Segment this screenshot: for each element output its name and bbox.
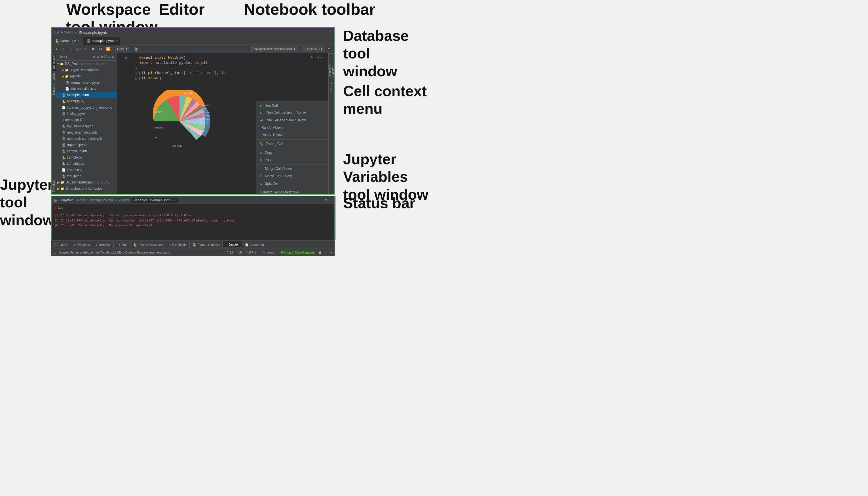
favorites-tab[interactable]: Favorites [52,179,56,194]
tree-item-example-ipynb[interactable]: 📓 example.ipynb [56,92,117,98]
tree-item-reports-ipynb[interactable]: 📓 reports.ipynb [56,142,117,148]
tab-event-log[interactable]: 📋 Event Log [242,241,267,248]
jupyter-settings-icon[interactable]: ⚙ [325,198,328,202]
status-encoding[interactable]: UTF-8 [248,251,256,254]
tree-item-annual-report[interactable]: 📓 annual-report.ipynb [56,79,117,86]
tree-root[interactable]: ▾ 📁 DS_Project http://localhost:888 [56,61,117,67]
tree-item-sample-ipynb[interactable]: 📓 sample.ipynb [56,148,117,154]
jupyter-vars-tab-btn[interactable]: Variables: example.ipynb × [131,198,178,203]
tab-terminal[interactable]: ▸ Terminal [93,241,114,248]
run-select-icon: ▶I [260,119,263,122]
tree-item-sample-py[interactable]: 🐍 sample.py [56,154,117,160]
status-icon-3[interactable]: ☁ [329,250,332,254]
tree-item-test-ipynb[interactable]: 📓 test.ipynb [56,173,117,179]
tree-item-checkpoints[interactable]: ▶ 📁 .ipynb_checkpoints [56,67,117,73]
tab-problems[interactable]: ⚠ Problems [70,241,93,248]
sidebar-icon-5[interactable]: ⇅ [108,55,111,59]
stop-button[interactable]: ■ [90,46,96,52]
status-indent[interactable]: 4 spaces [262,251,274,254]
ctx-run-insert-below[interactable]: ▶+ Run Cell and Insert Below [256,109,328,117]
tree-item-libraries[interactable]: 📄 libraries_by_python_version.c [56,104,117,111]
cell-collapse-arrow[interactable]: ⌄ [129,90,132,94]
tree-item-my-script[interactable]: R my-script.R [56,117,117,123]
tab-todo[interactable]: ☰ TODO [51,241,70,248]
database-explorer-tab[interactable]: Database Explorer [329,53,334,79]
tree-item-doc-analytics[interactable]: 📄 doc-analytics.csv [56,86,117,92]
run-all-button[interactable]: ⏩ [105,46,111,52]
vars-close-icon[interactable]: × [174,198,175,202]
merge-above-icon: ⊞ [260,167,262,170]
add-cell-button[interactable]: + [53,46,60,52]
ctx-run-select-below[interactable]: ▶I Run Cell and Select Below ⇧⏎ [256,117,328,124]
restart-button[interactable]: ↺ [97,46,104,52]
gutter-down[interactable]: ∨ [320,55,323,59]
tree-item-linking[interactable]: 📓 linking.ipynb [56,111,117,117]
ctx-run-all-above[interactable]: Run All Above [256,124,328,131]
ctx-paste[interactable]: ⧉ Paste ⌘V [256,156,328,164]
jupyter-run-btn[interactable]: ▶ [54,198,58,202]
ctx-merge-above[interactable]: ⊞ Merge Cell Above [256,165,328,172]
tab-jupyter[interactable]: ○ Jupyter [223,241,242,248]
tab-python-packages[interactable]: 🐍 Python Packages [130,241,166,248]
run-line-button[interactable]: ▷| [76,46,82,52]
cell-type-dropdown[interactable]: Code ▾ [115,46,129,52]
tab-r-jobs[interactable]: R Jobs [114,241,130,248]
ctx-run-all-below[interactable]: Run All Below [256,131,328,139]
ctx-copy[interactable]: ⧉ Copy ⌘C [256,149,328,156]
jupyter-minimize-icon[interactable]: − [329,198,331,202]
status-position[interactable]: 7:22 [227,251,233,254]
maximize-icon[interactable]: ⤢ [328,30,332,35]
log-stop-btn[interactable]: ■ [54,205,56,210]
tree-item-ds-learning[interactable]: ▶ 📁 DsLearningProject ~/Library/Ca [56,179,117,185]
toolbar-more-button[interactable]: » [326,46,332,52]
sidebar-icon-1[interactable]: ⊞ [93,55,96,59]
tab-close-sample[interactable]: × [78,39,79,42]
ctx-split-cell[interactable]: ⊠ Split Cell ⇧⌘- [256,180,328,187]
ctx-convert-markdown[interactable]: Convert Cell to Markdown [256,189,328,194]
tree-item-sample1-py[interactable]: 🐍 sample1.py [56,160,117,167]
settings-button[interactable]: ⚙ [83,46,89,52]
move-up-button[interactable]: ↑ [61,46,67,52]
sciview-tab[interactable]: SciView [329,79,334,96]
notebook-cell[interactable]: In 2 1 kernel_stats.head(10) 2 import ma… [117,53,328,83]
tab-python-console[interactable]: 🐍 Python Console [190,241,223,248]
ctx-run-cell[interactable]: ▶ Run Cell ⌃⏎ [256,102,328,109]
tree-item-scratches[interactable]: ▶ 📁 Scratches and Consoles [56,185,117,192]
status-line-sep[interactable]: LF [238,251,242,254]
tab-r-console[interactable]: R R Console [166,241,190,248]
tab-sample-py[interactable]: 🐍 sample.py × [52,37,83,45]
sidebar-icon-3[interactable]: ⊕ [100,55,103,59]
notebook-toolbar-annotation: Notebook toolbar [244,0,376,18]
tree-item-example-py[interactable]: 🐍 example.py [56,98,117,104]
editor-area[interactable]: ⚠ 1 ∧ ∨ In 2 1 kernel_stats.head(10) 2 [117,53,328,194]
kernel-selector[interactable]: ○ Python 3 ▾ [302,46,325,52]
tab-example-ipynb[interactable]: 📓 example.ipynb × [83,37,121,45]
tree-item-table1-csv[interactable]: 📄 table1.csv [56,167,117,173]
learn-tab[interactable]: Learn [52,71,56,82]
status-server-text: Jupyter Server started at http://localho… [59,251,222,254]
ctx-debug-cell[interactable]: 🐛 Debug Cell ⌥⌃⏎ [256,140,328,148]
delete-cell-button[interactable]: 🗑 [133,46,139,52]
server-selector[interactable]: Managed: http://localhost:8888 ▾ [251,46,298,52]
tree-item-new-example[interactable]: 📓 new_example.ipynb [56,129,117,136]
status-icon-2[interactable]: ⚠ [324,250,327,254]
tree-item-notebook-sample[interactable]: 📓 notebook-sample.ipynb [56,136,117,142]
sidebar-icon-4[interactable]: ☰ [104,55,107,59]
workspace-annotation: Workspace [66,0,151,18]
ctx-divider-4 [256,188,328,188]
tree-item-reports-folder[interactable]: ▶ 📁 reports [56,73,117,79]
workspace-tab[interactable]: Workspace [52,53,56,71]
files-label[interactable]: Files ▾ [59,55,67,59]
ctx-merge-below[interactable]: ⊟ Merge Cell Below [256,172,328,180]
jupyter-server-path[interactable]: Server: /Users/jetbrains/DS_Project [76,198,129,202]
status-python-env[interactable]: Python 3.9 (workspace) [279,250,316,254]
sidebar-icon-2[interactable]: ↺ [97,55,99,59]
status-icon-1[interactable]: 🔒 [318,250,322,254]
sidebar-icon-6[interactable]: ⚙ [112,55,114,59]
status-checkbox[interactable]: ☐ [53,250,57,254]
move-down-button[interactable]: ↓ [68,46,74,52]
tab-close-example[interactable]: × [115,39,117,42]
structure-tab[interactable]: Structure [52,82,56,97]
gutter-up[interactable]: ∧ [317,55,319,59]
tree-item-my-sample[interactable]: 📓 my_sample.ipynb [56,123,117,129]
